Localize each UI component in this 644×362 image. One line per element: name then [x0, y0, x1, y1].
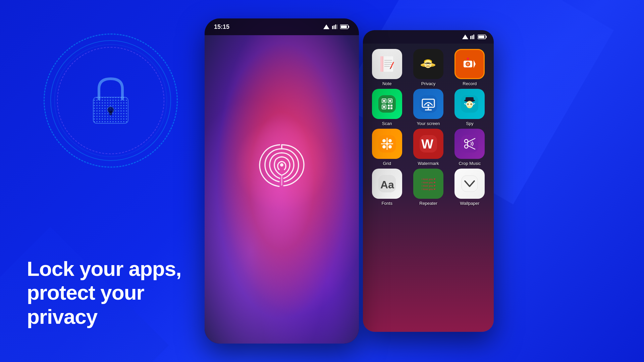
lock-circles — [50, 40, 171, 161]
svg-point-37 — [426, 64, 427, 64]
app-label-spy: Spy — [466, 121, 473, 126]
svg-rect-8 — [337, 24, 338, 29]
tagline-line1: Lock your apps, — [27, 257, 181, 280]
svg-rect-23 — [380, 56, 383, 72]
svg-point-72 — [470, 103, 472, 105]
phone2-status-bar — [363, 30, 494, 44]
svg-point-78 — [382, 139, 386, 142]
svg-rect-11 — [341, 25, 347, 28]
svg-point-42 — [467, 63, 469, 65]
app-label-wallpaper: Wallpaper — [460, 201, 479, 206]
svg-rect-10 — [348, 26, 349, 28]
svg-point-38 — [429, 64, 430, 64]
app-label-repeater: Repeater — [419, 201, 437, 206]
app-icon-privacy — [413, 49, 443, 79]
phone1-time: 15:15 — [214, 23, 229, 31]
app-item-watermark[interactable]: W Watermark — [409, 129, 447, 166]
tagline-section: Lock your apps, protect your privacy — [27, 257, 215, 328]
svg-rect-15 — [470, 36, 471, 39]
svg-rect-98 — [461, 175, 478, 192]
svg-point-34 — [424, 60, 432, 68]
svg-text:I love you ♥: I love you ♥ — [422, 184, 435, 187]
svg-rect-51 — [389, 100, 391, 102]
app-icon-fonts: Aa — [372, 169, 402, 199]
app-icon-yourscreen — [413, 89, 443, 119]
app-icon-repeater: I love you ♥ I love you ♥ I love you ♥ I… — [413, 169, 443, 199]
svg-rect-17 — [473, 35, 474, 39]
app-icon-watermark: W — [413, 129, 443, 159]
app-icon-scan — [372, 89, 402, 119]
svg-rect-16 — [472, 36, 473, 40]
svg-rect-3 — [109, 111, 112, 115]
fingerprint-icon — [248, 131, 315, 198]
app-item-repeater[interactable]: I love you ♥ I love you ♥ I love you ♥ I… — [409, 169, 447, 206]
svg-text:I love you ♥: I love you ♥ — [422, 178, 435, 181]
app-item-privacy[interactable]: Privacy — [409, 49, 447, 86]
app-icon-note — [372, 49, 402, 79]
app-icon-spy — [454, 89, 485, 119]
svg-point-44 — [467, 58, 469, 60]
svg-rect-58 — [390, 107, 392, 109]
app-label-cropmusic: Crop Music — [459, 161, 481, 166]
tagline-line2: protect your — [27, 281, 144, 304]
svg-marker-4 — [323, 24, 329, 29]
app-icon-wallpaper — [454, 169, 485, 199]
svg-rect-20 — [478, 36, 484, 38]
svg-rect-85 — [461, 135, 478, 153]
app-item-fonts[interactable]: Aa Fonts — [368, 169, 406, 206]
svg-point-79 — [388, 139, 392, 142]
app-icon-cropmusic — [454, 129, 485, 159]
app-label-record: Record — [463, 81, 477, 86]
svg-rect-5 — [332, 26, 333, 29]
app-item-spy[interactable]: Spy — [450, 89, 489, 126]
app-item-yourscreen[interactable]: Your screen — [409, 89, 447, 126]
fingerprint-area — [235, 118, 329, 212]
svg-rect-7 — [335, 24, 336, 29]
svg-point-80 — [382, 145, 386, 148]
app-grid: Note — [363, 44, 494, 211]
svg-rect-66 — [466, 97, 474, 101]
phone2: Note — [363, 30, 494, 332]
app-item-wallpaper[interactable]: Wallpaper — [450, 169, 489, 206]
svg-point-61 — [427, 104, 429, 106]
svg-point-71 — [467, 103, 469, 105]
app-label-fonts: Fonts — [381, 201, 392, 206]
svg-text:Aa: Aa — [380, 179, 394, 191]
lock-icon — [77, 67, 144, 134]
app-label-grid: Grid — [383, 161, 391, 166]
svg-text:I love you ♥: I love you ♥ — [422, 181, 435, 184]
svg-rect-48 — [383, 100, 385, 102]
svg-rect-56 — [390, 105, 392, 107]
app-label-scan: Scan — [382, 121, 392, 126]
svg-text:W: W — [421, 137, 433, 151]
svg-rect-57 — [388, 107, 390, 109]
app-icon-record — [454, 49, 485, 79]
svg-rect-54 — [383, 106, 385, 108]
app-label-note: Note — [382, 81, 391, 86]
svg-point-12 — [280, 163, 283, 167]
lock-icon-area — [27, 20, 195, 181]
app-item-note[interactable]: Note — [368, 49, 406, 86]
tagline-text: Lock your apps, protect your privacy — [27, 257, 215, 328]
app-label-yourscreen: Your screen — [417, 121, 440, 126]
svg-point-81 — [388, 145, 392, 148]
app-item-scan[interactable]: Scan — [368, 89, 406, 126]
app-label-watermark: Watermark — [418, 161, 439, 166]
app-label-privacy: Privacy — [421, 81, 436, 86]
svg-marker-14 — [462, 35, 468, 39]
phone1-status-icons — [323, 24, 350, 29]
svg-rect-6 — [334, 25, 335, 29]
phone1-wallpaper — [205, 18, 359, 344]
svg-point-82 — [386, 142, 388, 145]
app-item-record[interactable]: Record — [450, 49, 489, 86]
app-icon-grid — [372, 129, 402, 159]
svg-rect-45 — [378, 95, 396, 113]
svg-rect-55 — [388, 105, 390, 107]
phone1-status-bar: 15:15 — [205, 18, 359, 35]
app-item-cropmusic[interactable]: Crop Music — [450, 129, 489, 166]
app-item-grid[interactable]: Grid — [368, 129, 406, 166]
phone1: 15:15 — [205, 18, 359, 344]
tagline-line3: privacy — [27, 305, 97, 328]
svg-rect-19 — [486, 36, 487, 38]
svg-text:I love you ♥: I love you ♥ — [422, 188, 435, 191]
